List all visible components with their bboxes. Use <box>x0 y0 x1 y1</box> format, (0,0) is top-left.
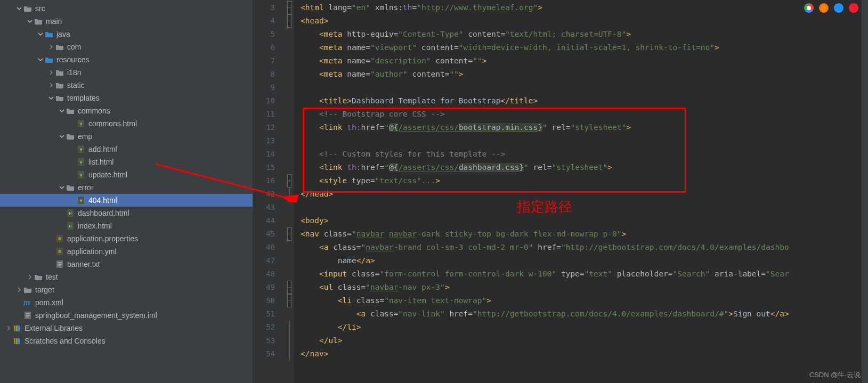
folder-i18n[interactable]: i18n <box>0 66 253 79</box>
code-line[interactable]: </head> <box>301 188 868 201</box>
tree-arrow-icon[interactable] <box>15 298 23 307</box>
folder-resources[interactable]: resources <box>0 53 253 66</box>
code-line[interactable]: <!-- Bootstrap core CSS --> <box>301 108 868 121</box>
scratches[interactable]: Scratches and Consoles <box>0 335 253 347</box>
file-index-html[interactable]: Hindex.html <box>0 219 253 232</box>
folder-error[interactable]: error <box>0 181 253 194</box>
code-line[interactable]: <input class="form-control form-control-… <box>301 267 868 281</box>
file-banner-txt[interactable]: banner.txt <box>0 258 253 271</box>
tree-arrow-icon[interactable] <box>47 234 55 243</box>
code-line[interactable]: <link th:href="@{/asserts/css/dashboard.… <box>301 161 868 174</box>
firefox-icon[interactable] <box>819 3 829 13</box>
folder-emp[interactable]: emp <box>0 130 253 143</box>
file-app-properties[interactable]: application.properties <box>0 232 253 245</box>
fold-marker[interactable] <box>285 201 294 214</box>
code-line[interactable]: <a class="nav-link" href="http://getboot… <box>301 307 868 321</box>
fold-marker[interactable] <box>285 108 294 121</box>
tree-arrow-icon[interactable] <box>58 209 66 217</box>
folder-com[interactable]: com <box>0 40 253 53</box>
code-line[interactable]: <meta name="viewport" content="width=dev… <box>301 41 868 54</box>
code-line[interactable]: <link th:href="@{/asserts/css/bootstrap.… <box>301 121 868 134</box>
fold-marker[interactable] <box>285 307 294 321</box>
tree-arrow-icon[interactable] <box>47 94 55 102</box>
code-line[interactable]: <meta name="author" content=""> <box>301 68 868 81</box>
tree-arrow-icon[interactable] <box>26 273 34 281</box>
code-line[interactable]: <a class="navbar-brand col-sm-3 col-md-2… <box>301 241 868 254</box>
fold-marker[interactable]: + <box>285 174 294 188</box>
fold-marker[interactable] <box>285 214 294 227</box>
file-dashboard-html[interactable]: Hdashboard.html <box>0 207 253 219</box>
tree-arrow-icon[interactable] <box>47 260 55 268</box>
tree-arrow-icon[interactable] <box>4 337 13 345</box>
fold-marker[interactable] <box>285 161 294 174</box>
code-line[interactable]: <meta http-equiv="Content-Type" content=… <box>301 28 868 41</box>
fold-marker[interactable] <box>285 41 294 54</box>
tree-arrow-icon[interactable] <box>47 43 55 51</box>
tree-arrow-icon[interactable] <box>47 247 55 256</box>
file-commons-html[interactable]: Hcommons.html <box>0 117 253 130</box>
tree-arrow-icon[interactable] <box>58 132 66 141</box>
tree-arrow-icon[interactable] <box>68 145 77 153</box>
code-line[interactable]: name</a> <box>301 254 868 267</box>
code-line[interactable]: <!-- Custom styles for this template --> <box>301 148 868 161</box>
file-add-html[interactable]: Hadd.html <box>0 143 253 156</box>
tree-arrow-icon[interactable] <box>47 68 55 77</box>
fold-marker[interactable] <box>285 267 294 281</box>
editor-scrollbar[interactable] <box>862 0 868 383</box>
fold-marker[interactable] <box>285 241 294 254</box>
file-app-yml[interactable]: application.yml <box>0 245 253 258</box>
tree-arrow-icon[interactable] <box>68 170 77 179</box>
code-line[interactable]: <nav class="navbar navbar-dark sticky-to… <box>301 227 868 241</box>
file-pom-xml[interactable]: mpom.xml <box>0 296 253 309</box>
safari-icon[interactable] <box>834 3 843 13</box>
tree-arrow-icon[interactable] <box>15 286 23 294</box>
folder-src[interactable]: src <box>0 2 253 15</box>
folder-templates[interactable]: templates <box>0 92 253 104</box>
folder-target[interactable]: target <box>0 283 253 296</box>
fold-marker[interactable]: − <box>285 1 294 14</box>
folder-commons[interactable]: commons <box>0 104 253 117</box>
code-line[interactable]: <body> <box>301 214 868 227</box>
file-404-html[interactable]: H404.html <box>0 194 253 207</box>
folder-java[interactable]: java <box>0 28 253 40</box>
file-list-html[interactable]: Hlist.html <box>0 156 253 168</box>
folder-test[interactable]: test <box>0 271 253 283</box>
fold-column[interactable]: −−+−−− <box>285 0 294 383</box>
fold-marker[interactable]: − <box>285 294 294 307</box>
tree-arrow-icon[interactable] <box>4 324 13 332</box>
code-editor[interactable]: 3456789101112131415164243444546474849505… <box>253 0 868 383</box>
code-area[interactable]: <html lang="en" xmlns:th="http://www.thy… <box>294 0 868 383</box>
code-line[interactable]: <html lang="en" xmlns:th="http://www.thy… <box>301 1 868 14</box>
opera-icon[interactable] <box>849 3 858 13</box>
code-line[interactable]: </nav> <box>301 347 868 361</box>
code-line[interactable] <box>301 134 868 148</box>
fold-marker[interactable] <box>285 94 294 108</box>
fold-marker[interactable] <box>285 28 294 41</box>
file-update-html[interactable]: Hupdate.html <box>0 168 253 181</box>
code-line[interactable]: <head> <box>301 14 868 28</box>
fold-marker[interactable] <box>285 121 294 134</box>
code-line[interactable]: <ul class="navbar-nav px-3"> <box>301 281 868 294</box>
tree-arrow-icon[interactable] <box>36 30 45 38</box>
fold-marker[interactable] <box>285 148 294 161</box>
fold-marker[interactable] <box>285 68 294 81</box>
fold-marker[interactable] <box>285 347 294 361</box>
fold-marker[interactable] <box>285 321 294 334</box>
tree-arrow-icon[interactable] <box>26 17 34 26</box>
code-line[interactable]: <title>Dashboard Template for Bootstrap<… <box>301 94 868 108</box>
fold-marker[interactable] <box>285 254 294 267</box>
fold-marker[interactable] <box>285 54 294 68</box>
tree-arrow-icon[interactable] <box>68 119 77 128</box>
tree-arrow-icon[interactable] <box>58 222 66 230</box>
chrome-icon[interactable] <box>804 3 814 13</box>
tree-arrow-icon[interactable] <box>68 196 77 205</box>
fold-marker[interactable]: − <box>285 281 294 294</box>
folder-main[interactable]: main <box>0 15 253 28</box>
fold-marker[interactable] <box>285 188 294 201</box>
external-libraries[interactable]: External Libraries <box>0 322 253 335</box>
project-tree[interactable]: srcmainjavacomresourcesi18nstatictemplat… <box>0 0 253 383</box>
code-line[interactable]: </li> <box>301 321 868 334</box>
tree-arrow-icon[interactable] <box>15 4 23 13</box>
tree-arrow-icon[interactable] <box>47 81 55 89</box>
fold-marker[interactable]: − <box>285 14 294 28</box>
